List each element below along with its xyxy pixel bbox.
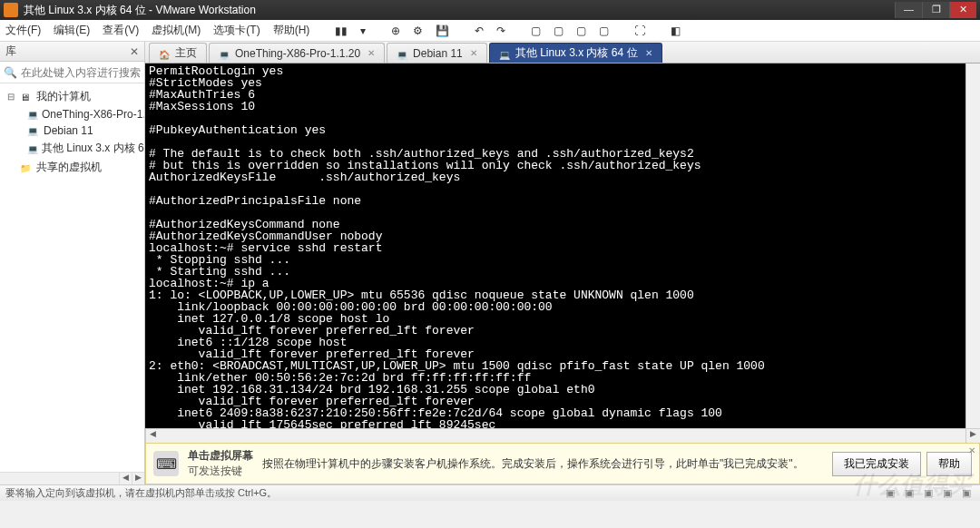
menu-vm[interactable]: 虚拟机(M) xyxy=(152,23,201,38)
maximize-button[interactable]: ❐ xyxy=(922,2,949,18)
menu-edit[interactable]: 编辑(E) xyxy=(54,23,90,38)
close-button[interactable]: ✕ xyxy=(949,2,976,18)
infobar-close-icon[interactable]: ✕ xyxy=(968,445,975,455)
search-icon: 🔍 xyxy=(4,66,17,79)
disk-icon[interactable]: 💾 xyxy=(436,24,449,37)
tab-label: 其他 Linux 3.x 内核 64 位 xyxy=(515,45,638,61)
tabs-bar: 主页 OneThing-X86-Pro-1.1.20 ✕ Debian 11 ✕… xyxy=(145,42,980,64)
status-text: 要将输入定向到该虚拟机，请在虚拟机内部单击或按 Ctrl+G。 xyxy=(5,486,277,500)
layout1-icon[interactable]: ▢ xyxy=(531,24,541,37)
tree-root-label: 我的计算机 xyxy=(36,89,91,104)
layout2-icon[interactable]: ▢ xyxy=(554,24,564,37)
content-area: 主页 OneThing-X86-Pro-1.1.20 ✕ Debian 11 ✕… xyxy=(145,42,980,484)
help-button[interactable]: 帮助 xyxy=(926,452,972,476)
window-controls: — ❐ ✕ xyxy=(895,2,976,18)
vm-icon xyxy=(499,48,510,59)
info-install-text: 按照在物理计算机中的步骤安装客户机操作系统。完成安装后，操作系统会进行引导，此时… xyxy=(262,456,823,472)
scroll-left-icon[interactable]: ◀ xyxy=(119,473,132,484)
status-bar: 要将输入定向到该虚拟机，请在虚拟机内部单击或按 Ctrl+G。 ▣ ▣ ▣ ▣ … xyxy=(0,484,980,501)
sidebar-hscroll[interactable]: ◀ ▶ xyxy=(0,472,144,484)
tree-item-label: OneThing-X86-Pro-1.1 xyxy=(42,108,144,121)
tab-label: 主页 xyxy=(175,45,197,61)
tree-shared-label: 共享的虚拟机 xyxy=(36,160,102,175)
tab-label: OneThing-X86-Pro-1.1.20 xyxy=(235,47,360,60)
menu-tabs[interactable]: 选项卡(T) xyxy=(213,23,260,38)
horizontal-scrollbar[interactable]: ◀ ▶ xyxy=(145,428,980,443)
pause-icon[interactable]: ▮▮ xyxy=(335,24,348,37)
tree-vm-onething[interactable]: OneThing-X86-Pro-1.1 xyxy=(0,106,144,122)
vm-console-terminal[interactable]: PermitRootLogin yes #StrictModes yes #Ma… xyxy=(145,64,965,428)
scroll-right-icon[interactable]: ▶ xyxy=(965,429,980,443)
info-click-hint: 单击虚拟屏幕 可发送按键 xyxy=(188,448,253,479)
vm-icon xyxy=(27,108,38,121)
revert-icon[interactable]: ↶ xyxy=(475,24,484,37)
snapshot-icon[interactable]: ⊕ xyxy=(391,24,400,37)
layout3-icon[interactable]: ▢ xyxy=(576,24,586,37)
tab-close-icon[interactable]: ✕ xyxy=(368,48,375,58)
scroll-right-icon[interactable]: ▶ xyxy=(132,473,144,484)
status-icons: ▣ ▣ ▣ ▣ ▣ xyxy=(886,487,975,499)
vm-icon xyxy=(27,142,38,155)
sidebar-close-icon[interactable]: ✕ xyxy=(130,45,139,58)
sidebar-title: 库 xyxy=(5,44,16,59)
fullscreen-icon[interactable]: ⛶ xyxy=(634,24,645,37)
window-title: 其他 Linux 3.x 内核 64 位 - VMware Workstatio… xyxy=(24,3,895,18)
install-info-bar: ✕ ⌨ 单击虚拟屏幕 可发送按键 按照在物理计算机中的步骤安装客户机操作系统。完… xyxy=(145,443,980,484)
tab-home[interactable]: 主页 xyxy=(149,43,207,63)
redo-icon[interactable]: ↷ xyxy=(496,24,505,37)
home-icon xyxy=(159,48,170,59)
vm-icon xyxy=(27,124,40,137)
done-install-button[interactable]: 我已完成安装 xyxy=(832,452,921,476)
tab-debian11[interactable]: Debian 11 ✕ xyxy=(387,43,487,63)
unity-icon[interactable]: ◧ xyxy=(671,24,681,37)
menu-bar: 文件(F) 编辑(E) 查看(V) 虚拟机(M) 选项卡(T) 帮助(H) ▮▮… xyxy=(0,20,980,42)
tree-shared-vms[interactable]: 共享的虚拟机 xyxy=(0,158,144,177)
tab-label: Debian 11 xyxy=(413,47,463,60)
collapse-icon[interactable]: ⊟ xyxy=(7,92,16,102)
sidebar-search: 🔍 ▾ xyxy=(0,62,144,83)
vm-tree: ⊟ 我的计算机 OneThing-X86-Pro-1.1 Debian 11 其… xyxy=(0,83,144,472)
tree-item-label: 其他 Linux 3.x 内核 64 xyxy=(42,141,144,156)
dropdown-icon[interactable]: ▾ xyxy=(360,24,366,37)
tab-close-icon[interactable]: ✕ xyxy=(470,48,477,58)
tab-onething[interactable]: OneThing-X86-Pro-1.1.20 ✕ xyxy=(209,43,385,63)
tree-vm-otherlinux[interactable]: 其他 Linux 3.x 内核 64 xyxy=(0,139,144,158)
window-titlebar: 其他 Linux 3.x 内核 64 位 - VMware Workstatio… xyxy=(0,0,980,20)
sidebar-header: 库 ✕ xyxy=(0,42,144,62)
vertical-scrollbar[interactable] xyxy=(965,64,980,428)
vm-icon xyxy=(219,48,230,59)
scroll-left-icon[interactable]: ◀ xyxy=(145,429,160,443)
library-sidebar: 库 ✕ 🔍 ▾ ⊟ 我的计算机 OneThing-X86-Pro-1.1 Deb… xyxy=(0,42,145,484)
menu-file[interactable]: 文件(F) xyxy=(5,23,41,38)
search-input[interactable] xyxy=(21,66,157,79)
tree-item-label: Debian 11 xyxy=(44,124,93,137)
tree-root-mycomputer[interactable]: ⊟ 我的计算机 xyxy=(0,87,144,106)
minimize-button[interactable]: — xyxy=(895,2,922,18)
tab-otherlinux[interactable]: 其他 Linux 3.x 内核 64 位 ✕ xyxy=(489,43,662,63)
folder-icon xyxy=(20,161,33,174)
menu-view[interactable]: 查看(V) xyxy=(103,23,139,38)
vm-icon xyxy=(397,48,407,59)
computer-icon xyxy=(20,91,33,103)
layout4-icon[interactable]: ▢ xyxy=(599,24,609,37)
tab-close-icon[interactable]: ✕ xyxy=(645,48,652,58)
info-icon: ⌨ xyxy=(153,451,179,476)
tree-vm-debian11[interactable]: Debian 11 xyxy=(0,122,144,139)
settings-icon[interactable]: ⚙ xyxy=(413,24,423,37)
menu-help[interactable]: 帮助(H) xyxy=(273,23,310,38)
app-icon xyxy=(4,3,18,17)
